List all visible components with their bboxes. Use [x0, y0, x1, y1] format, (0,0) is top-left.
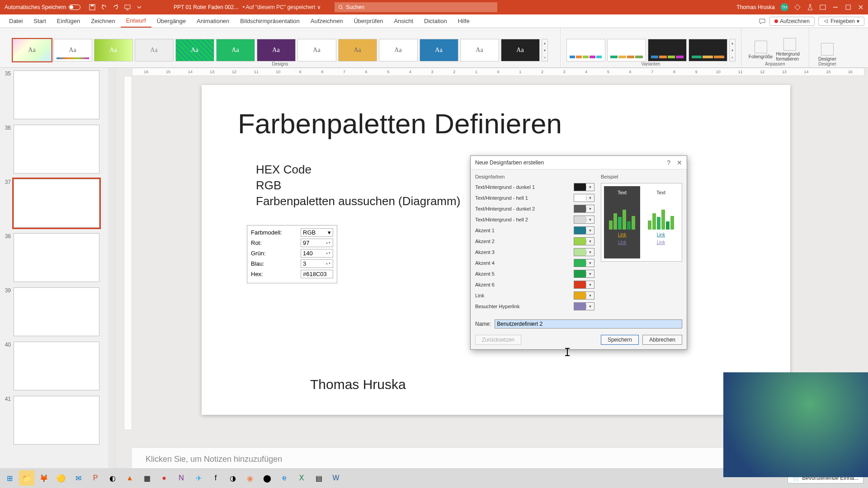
slide-title[interactable]: Farbenpaletten Definieren [238, 108, 562, 140]
tab-animationen[interactable]: Animationen [191, 14, 235, 28]
tab-ansicht[interactable]: Ansicht [388, 14, 419, 28]
color-swatch-dropdown[interactable]: ▼ [574, 226, 594, 235]
reset-button[interactable]: Zurücksetzen [475, 335, 521, 345]
edge-icon[interactable]: e [277, 470, 292, 486]
design-thumb-1[interactable]: Aa [13, 39, 52, 61]
tab-uebergaenge[interactable]: Übergänge [151, 14, 191, 28]
thumb-scrollbar[interactable] [108, 68, 115, 471]
slide-author[interactable]: Thomas Hruska [310, 377, 406, 392]
tab-entwurf[interactable]: Entwurf [121, 14, 151, 28]
toggle-icon[interactable] [69, 5, 80, 10]
design-thumb-2[interactable]: Aa [53, 39, 92, 61]
avatar[interactable]: TH [780, 3, 788, 11]
design-thumb-4[interactable]: Aa [135, 39, 174, 61]
outlook-icon[interactable]: ✉ [71, 470, 86, 486]
color-swatch-dropdown[interactable]: ▼ [574, 281, 594, 289]
color-swatch-dropdown[interactable]: ▼ [574, 237, 594, 245]
minimize-icon[interactable] [832, 4, 839, 11]
tab-zeichnen[interactable]: Zeichnen [85, 14, 120, 28]
tab-einfuegen[interactable]: Einfügen [52, 14, 85, 28]
comments-icon[interactable] [759, 18, 766, 25]
tab-start[interactable]: Start [28, 14, 51, 28]
dropdown-icon[interactable] [136, 4, 143, 11]
variant-thumb-3[interactable] [648, 39, 687, 61]
design-thumb-3[interactable]: Aa [94, 39, 133, 61]
g-value[interactable]: 140▲▼ [301, 249, 333, 258]
explorer-icon[interactable]: 📁 [19, 470, 34, 486]
slide-thumb-35[interactable]: 35 [0, 68, 115, 122]
save-icon[interactable] [89, 4, 96, 11]
maximize-icon[interactable] [844, 4, 852, 11]
excel-icon[interactable]: X [294, 470, 309, 486]
app-icon-6[interactable]: ◉ [242, 470, 258, 486]
slide-thumbnail-panel[interactable]: 35 36 37 38 39 40 41 [0, 68, 116, 471]
present-icon[interactable] [124, 4, 131, 11]
color-swatch-dropdown[interactable]: ▼ [574, 194, 594, 202]
vlc-icon[interactable]: ▲ [122, 470, 137, 486]
design-thumb-6[interactable]: Aa [216, 39, 255, 61]
document-title[interactable]: PPT 01 Roter Faden 002... • Auf "diesem … [174, 4, 321, 10]
color-swatch-dropdown[interactable]: ▼ [574, 302, 594, 310]
record-button[interactable]: Aufzeichnen [769, 17, 815, 26]
variant-thumb-2[interactable] [607, 39, 646, 61]
variant-thumb-1[interactable] [566, 39, 605, 61]
close-icon[interactable]: ✕ [677, 159, 682, 166]
word-icon[interactable]: W [328, 470, 344, 486]
design-thumb-7[interactable]: Aa [257, 39, 296, 61]
design-thumb-10[interactable]: Aa [379, 39, 418, 61]
design-thumb-13[interactable]: Aa [501, 39, 540, 61]
start-button[interactable]: ⊞ [2, 470, 17, 486]
tab-aufzeichnen[interactable]: Aufzeichnen [305, 14, 349, 28]
tab-ueberpruefen[interactable]: Überprüfen [348, 14, 388, 28]
model-value[interactable]: RGB▾ [301, 228, 333, 237]
app-icon-3[interactable]: ● [156, 470, 172, 486]
search-input[interactable] [346, 4, 494, 10]
color-swatch-dropdown[interactable]: ▼ [574, 216, 594, 224]
hex-value[interactable]: #618C03 [301, 270, 333, 278]
color-swatch-dropdown[interactable]: ▼ [574, 270, 594, 278]
slide-thumb-36[interactable]: 36 [0, 122, 115, 176]
color-swatch-dropdown[interactable]: ▼ [574, 248, 594, 256]
slide-thumb-37[interactable]: 37 [0, 176, 115, 230]
chrome-icon[interactable]: 🟡 [53, 470, 69, 486]
design-thumb-11[interactable]: Aa [420, 39, 458, 61]
r-value[interactable]: 97▲▼ [301, 239, 333, 247]
firefox-icon[interactable]: 🦊 [36, 470, 52, 486]
undo-icon[interactable] [100, 4, 108, 11]
variant-thumb-4[interactable] [689, 39, 727, 61]
slide-size-button[interactable]: Foliengröße [747, 41, 774, 59]
tab-bildschirmpraesentation[interactable]: Bildschirmpräsentation [235, 14, 305, 28]
app-icon-1[interactable]: ◐ [105, 470, 120, 486]
flask-icon[interactable] [807, 4, 814, 11]
design-thumb-5[interactable]: Aa [175, 39, 214, 61]
dialog-titlebar[interactable]: Neue Designfarben erstellen ? ✕ [471, 156, 687, 169]
app-icon-7[interactable]: ⬤ [259, 470, 275, 486]
search-box[interactable] [335, 2, 497, 12]
onenote-icon[interactable]: N [174, 470, 189, 486]
telegram-icon[interactable]: ✈ [191, 470, 206, 486]
powerpoint-icon[interactable]: P [88, 470, 103, 486]
autosave-toggle[interactable]: Automatisches Speichern [0, 4, 85, 10]
app-icon-4[interactable]: f [208, 470, 223, 486]
close-icon[interactable] [857, 4, 864, 11]
designs-more-button[interactable]: ▴▾▿ [542, 39, 548, 61]
slide-body[interactable]: HEX Code RGB Farbenpaletten aussuchen (D… [256, 162, 460, 209]
redo-icon[interactable] [112, 4, 119, 11]
design-thumb-8[interactable]: Aa [297, 39, 336, 61]
tab-datei[interactable]: Datei [4, 14, 28, 28]
color-swatch-dropdown[interactable]: ▼ [574, 205, 594, 213]
design-thumb-12[interactable]: Aa [460, 39, 499, 61]
diamond-icon[interactable] [794, 4, 801, 11]
color-swatch-dropdown[interactable]: ▼ [574, 291, 594, 300]
design-thumb-9[interactable]: Aa [338, 39, 377, 61]
b-value[interactable]: 3▲▼ [301, 259, 333, 268]
slide-thumb-38[interactable]: 38 [0, 230, 115, 285]
variants-more-button[interactable]: ▴▾▿ [729, 39, 736, 61]
window-icon[interactable] [819, 4, 826, 11]
user-name[interactable]: Thomas Hruska [736, 4, 775, 10]
color-swatch-dropdown[interactable]: ▼ [574, 259, 594, 267]
slide-thumb-41[interactable]: 41 [0, 393, 115, 447]
designer-button[interactable]: Designer [814, 43, 841, 61]
cancel-button[interactable]: Abbrechen [642, 335, 682, 345]
color-swatch-dropdown[interactable]: ▼ [574, 183, 594, 191]
